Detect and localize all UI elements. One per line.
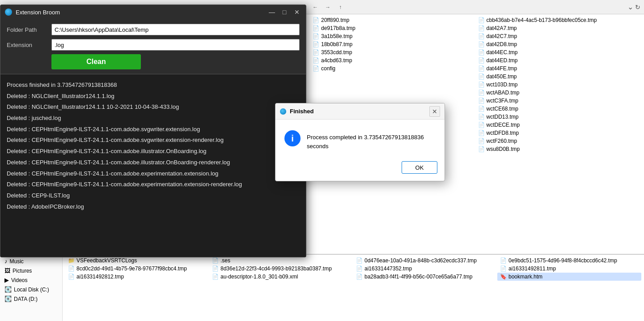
ok-button[interactable]: OK [402, 161, 437, 174]
dialog-body: i Process completed in 3.735472679138188… [275, 120, 445, 158]
dialog-title: Finished [290, 108, 426, 115]
info-icon: i [284, 130, 301, 146]
dialog-app-icon [280, 108, 286, 115]
dialog-titlebar: Finished ✕ [275, 103, 445, 120]
dialog-message: Process completed in 3.73547267913818836… [307, 130, 436, 150]
dialog-close-button[interactable]: ✕ [429, 106, 440, 117]
dialog-overlay: Finished ✕ i Process completed in 3.7354… [0, 0, 644, 321]
dialog-footer: OK [275, 158, 445, 181]
finished-dialog: Finished ✕ i Process completed in 3.7354… [275, 103, 445, 181]
